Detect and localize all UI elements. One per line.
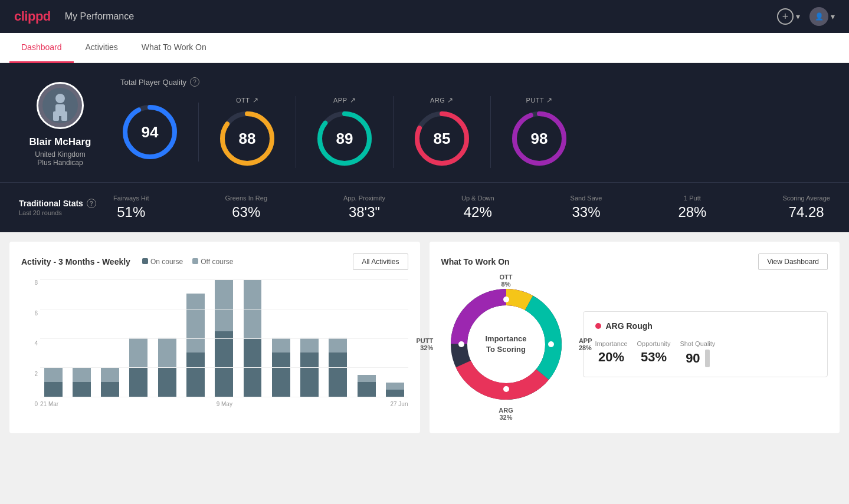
logo: clippd [14, 9, 51, 24]
player-name: Blair McHarg [29, 136, 91, 148]
arg-arrow-icon: ↗ [447, 96, 454, 104]
total-value: 94 [142, 123, 159, 141]
bar-group [182, 279, 208, 397]
stat-greens: Greens In Reg 63% [225, 195, 268, 220]
activity-title: Activity - 3 Months - Weekly [21, 257, 130, 266]
svg-point-20 [503, 297, 509, 302]
chevron-icon: ▾ [796, 12, 800, 21]
tab-activities[interactable]: Activities [74, 33, 130, 63]
ott-label: OTT ↗ [236, 96, 258, 104]
arg-label: ARG ↗ [430, 96, 454, 104]
svg-rect-4 [61, 111, 67, 121]
trad-stats-row: Fairways Hit 51% Greens In Reg 63% App. … [113, 195, 830, 220]
opportunity-metric: Opportunity 53% [637, 340, 671, 367]
metrics-row: 94 OTT ↗ 88 APP [120, 96, 830, 168]
donut-center: Importance To Scoring [485, 334, 526, 355]
info-card: ARG Rough Importance 20% Opportunity 53%… [583, 311, 828, 377]
info-card-title: ARG Rough [595, 321, 816, 331]
circle-app: 89 [315, 109, 374, 168]
stat-1putt: 1 Putt 28% [678, 195, 706, 220]
chart-bars [40, 279, 408, 397]
stat-fairways: Fairways Hit 51% [113, 195, 149, 220]
metric-total: 94 [120, 103, 199, 162]
trad-label: Traditional Stats ? [19, 199, 113, 208]
importance-metric: Importance 20% [595, 340, 628, 367]
bar-group [325, 279, 351, 397]
svg-point-1 [55, 94, 65, 103]
logo-text: clippd [14, 9, 51, 24]
stat-sandsave: Sand Save 33% [571, 195, 602, 220]
circle-ott: 88 [218, 109, 277, 168]
circle-arg: 85 [412, 109, 471, 168]
svg-rect-3 [53, 111, 59, 121]
total-quality-label: Total Player Quality ? [120, 77, 830, 87]
app-label: APP ↗ [333, 96, 356, 104]
stat-scoring: Scoring Average 74.28 [782, 195, 830, 220]
bar-group [240, 279, 265, 397]
shot-quality-metric: Shot Quality 90 [680, 340, 715, 367]
player-info: Blair McHarg United Kingdom Plus Handica… [19, 77, 101, 167]
profile-button[interactable]: 👤 ▾ [809, 7, 835, 26]
stat-updown: Up & Down 42% [461, 195, 494, 220]
app-arrow-icon: ↗ [350, 96, 356, 104]
all-activities-button[interactable]: All Activities [353, 253, 408, 270]
plus-icon: + [777, 8, 794, 25]
bar-group [211, 279, 237, 397]
info-metrics: Importance 20% Opportunity 53% Shot Qual… [595, 340, 816, 367]
player-country: United Kingdom [35, 150, 85, 159]
activity-panel-header: Activity - 3 Months - Weekly On course O… [21, 253, 408, 270]
metric-arg: ARG ↗ 85 [394, 96, 491, 168]
avatar: 👤 [809, 7, 828, 26]
work-on-title: What To Work On [441, 257, 510, 266]
bar-group [268, 279, 294, 397]
metric-app: APP ↗ 89 [296, 96, 394, 168]
bar-group [296, 279, 322, 397]
app-value: 89 [336, 130, 353, 148]
player-handicap: Plus Handicap [37, 159, 83, 167]
help-icon[interactable]: ? [190, 77, 199, 87]
header-title: My Performance [65, 11, 134, 22]
bar-group [97, 279, 123, 397]
circle-total: 94 [120, 103, 179, 162]
ott-donut-label: OTT 8% [500, 274, 513, 288]
bar-group [126, 279, 152, 397]
activity-panel: Activity - 3 Months - Weekly On course O… [9, 242, 420, 433]
app-donut-label: APP 28% [579, 337, 592, 351]
y-axis: 8 6 4 2 0 [21, 279, 38, 407]
svg-point-22 [503, 386, 509, 392]
metric-putt: PUTT ↗ 98 [491, 96, 588, 168]
svg-point-21 [548, 341, 554, 347]
tab-what-to-work-on[interactable]: What To Work On [130, 33, 218, 63]
ott-arrow-icon: ↗ [253, 96, 259, 104]
svg-point-23 [458, 341, 464, 347]
header-right: + ▾ 👤 ▾ [777, 7, 835, 26]
putt-arrow-icon: ↗ [546, 96, 553, 104]
bottom-panels: Activity - 3 Months - Weekly On course O… [0, 232, 849, 443]
x-axis-labels: 21 Mar 9 May 27 Jun [40, 401, 408, 407]
bar-group [154, 279, 180, 397]
add-button[interactable]: + ▾ [777, 8, 800, 25]
view-dashboard-button[interactable]: View Dashboard [758, 253, 828, 270]
red-dot-icon [595, 323, 601, 329]
header: clippd My Performance + ▾ 👤 ▾ [0, 0, 849, 33]
work-on-panel: What To Work On View Dashboard [430, 242, 840, 433]
trad-help-icon[interactable]: ? [87, 199, 96, 208]
chart-legend: On course Off course [142, 258, 234, 266]
header-left: clippd My Performance [14, 9, 134, 24]
metric-ott: OTT ↗ 88 [199, 96, 296, 168]
arg-value: 85 [434, 130, 451, 148]
putt-donut-label: PUTT 32% [417, 337, 434, 351]
putt-label: PUTT ↗ [526, 96, 552, 104]
tab-dashboard[interactable]: Dashboard [9, 33, 74, 63]
bar-group [40, 279, 66, 397]
work-on-panel-header: What To Work On View Dashboard [441, 253, 828, 270]
ott-value: 88 [239, 130, 256, 148]
shot-quality-bar [705, 350, 710, 367]
putt-value: 98 [531, 130, 548, 148]
donut-section: Importance To Scoring OTT 8% APP 28% ARG… [441, 279, 828, 409]
bar-group [382, 279, 408, 397]
donut-chart: Importance To Scoring OTT 8% APP 28% ARG… [441, 279, 571, 409]
bar-group [68, 279, 94, 397]
bar-group [353, 279, 379, 397]
trad-sublabel: Last 20 rounds [19, 209, 113, 216]
